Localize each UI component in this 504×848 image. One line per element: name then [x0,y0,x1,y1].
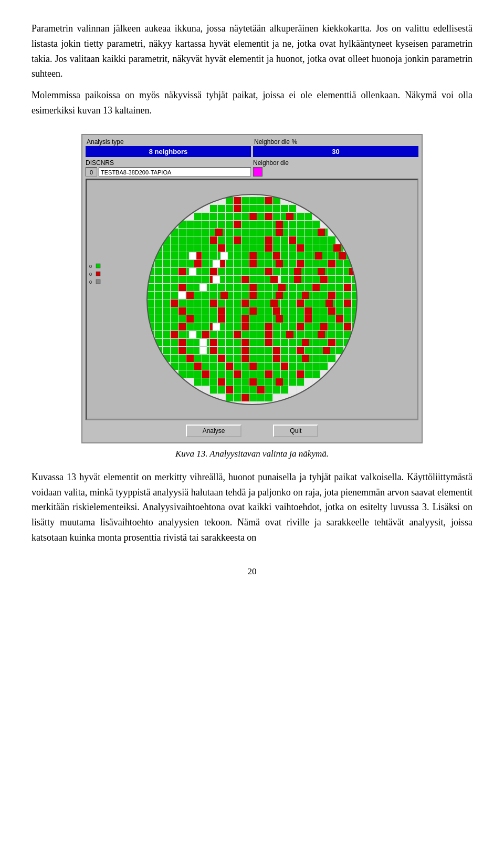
svg-rect-57 [226,197,233,204]
svg-rect-608 [218,244,225,252]
svg-rect-634 [178,284,186,291]
svg-rect-671 [171,331,178,338]
svg-rect-452 [336,331,343,338]
svg-rect-614 [273,252,280,260]
svg-rect-299 [194,292,202,299]
svg-rect-621 [297,260,304,267]
svg-rect-286 [304,284,312,291]
svg-rect-687 [297,347,304,354]
svg-rect-340 [304,299,312,307]
svg-rect-285 [297,284,304,291]
svg-rect-194 [178,260,186,267]
svg-rect-200 [234,260,241,267]
svg-rect-251 [226,276,233,283]
svg-rect-392 [289,315,296,323]
svg-rect-630 [242,276,249,283]
svg-rect-424 [328,323,335,330]
svg-rect-281 [265,284,272,291]
svg-rect-577 [210,386,217,394]
svg-rect-354 [202,307,209,315]
svg-rect-333 [249,299,257,307]
svg-rect-369 [320,307,328,315]
svg-rect-582 [249,386,257,394]
svg-rect-700 [265,370,272,378]
svg-rect-703 [249,378,257,386]
svg-rect-210 [320,260,328,267]
svg-rect-522 [312,355,320,362]
svg-rect-366 [297,307,304,315]
svg-rect-300 [202,292,209,299]
svg-rect-602 [276,229,283,236]
svg-rect-153 [242,244,249,252]
svg-rect-289 [328,284,335,291]
svg-rect-587 [226,394,233,401]
svg-rect-193 [171,260,178,267]
svg-rect-121 [297,229,304,236]
svg-rect-74 [194,213,202,220]
analyse-button[interactable]: Analyse [186,425,242,437]
svg-rect-191 [155,260,162,267]
svg-rect-689 [186,355,194,362]
svg-rect-550 [218,370,225,378]
svg-rect-348 [155,307,162,315]
quit-button[interactable]: Quit [273,425,318,437]
svg-rect-684 [210,347,217,354]
svg-rect-709 [220,252,228,260]
svg-rect-635 [249,284,257,291]
svg-rect-262 [328,276,335,283]
svg-rect-663 [336,315,343,323]
svg-rect-380 [194,315,202,323]
neighbor-die-color-box [253,167,262,177]
neighbor-die-pct-value[interactable]: 30 [253,146,418,157]
svg-rect-64 [210,205,217,212]
svg-text:0: 0 [89,264,92,269]
discnrs-text-input[interactable]: TESTBA8-38D200-TAPIOA [99,167,251,177]
wafer-map-area: 0 0 0 [86,179,418,420]
svg-rect-87 [304,213,312,220]
svg-rect-558 [281,370,288,378]
svg-rect-679 [242,339,249,346]
svg-rect-643 [302,292,309,299]
svg-rect-216 [155,268,162,275]
svg-rect-80 [242,213,249,220]
svg-rect-77 [218,213,225,220]
svg-rect-667 [265,323,272,330]
svg-rect-419 [289,323,296,330]
svg-rect-674 [265,331,272,338]
svg-rect-691 [242,355,249,362]
svg-rect-116 [257,229,265,236]
svg-rect-75 [202,213,209,220]
svg-rect-395 [312,315,320,323]
svg-rect-504 [171,355,178,362]
svg-rect-127 [178,236,186,244]
svg-rect-364 [281,307,288,315]
svg-rect-201 [242,260,249,267]
svg-rect-97 [257,221,265,228]
svg-rect-527 [186,363,194,370]
svg-rect-647 [242,299,249,307]
svg-rect-94 [226,221,233,228]
svg-rect-483 [186,347,194,354]
svg-rect-325 [186,299,194,307]
svg-rect-706 [257,386,265,394]
svg-rect-422 [312,323,320,330]
svg-rect-475 [320,339,328,346]
svg-rect-471 [289,339,296,346]
svg-rect-512 [234,355,241,362]
svg-rect-568 [234,378,241,386]
svg-rect-304 [234,292,241,299]
svg-rect-308 [265,292,272,299]
svg-rect-184 [304,252,312,260]
svg-rect-523 [320,355,328,362]
svg-rect-644 [328,292,335,299]
svg-rect-430 [163,331,170,338]
svg-rect-117 [265,229,272,236]
svg-rect-247 [186,276,194,283]
svg-rect-569 [242,378,249,386]
analysis-type-value[interactable]: 8 neighbors [86,146,251,157]
figure-caption: Kuva 13. Analyysitavan valinta ja näkymä… [175,449,329,459]
svg-rect-639 [186,292,194,299]
svg-rect-580 [234,386,241,394]
svg-rect-657 [328,307,335,315]
svg-rect-246 [178,276,186,283]
